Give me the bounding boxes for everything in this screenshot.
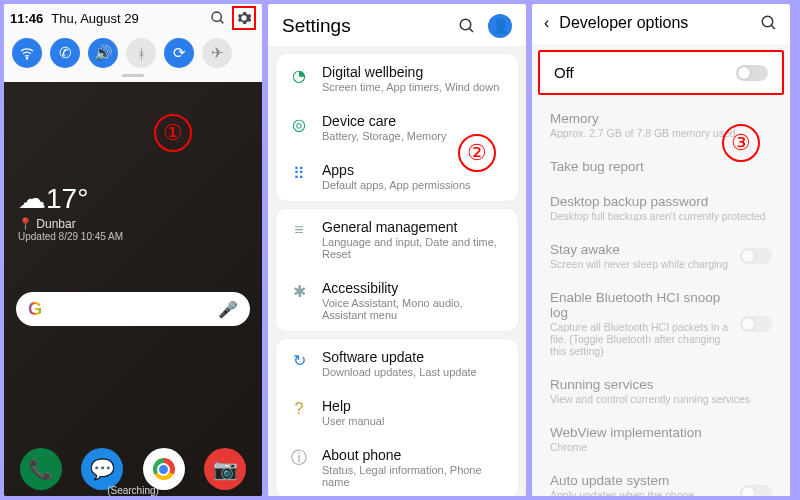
svg-point-3 bbox=[460, 19, 471, 30]
row-title: Stay awake bbox=[550, 242, 728, 257]
weather-icon: ☁ bbox=[18, 183, 46, 214]
row-subtitle: Capture all Bluetooth HCI packets in a f… bbox=[550, 321, 730, 357]
settings-row[interactable]: ↻Software updateDownload updates, Last u… bbox=[276, 339, 518, 388]
quick-settings-panel: 11:46 Thu, August 29 ✆ 🔊 ᚼ bbox=[4, 4, 262, 82]
dev-option-row[interactable]: Running servicesView and control current… bbox=[532, 367, 790, 415]
toggle-switch[interactable] bbox=[740, 316, 772, 332]
settings-row[interactable]: ?HelpUser manual bbox=[276, 388, 518, 437]
row-title: Accessibility bbox=[322, 280, 506, 296]
dev-option-row[interactable]: Desktop backup passwordDesktop full back… bbox=[532, 184, 790, 232]
dev-option-row[interactable]: Enable Bluetooth HCI snoop logCapture al… bbox=[532, 280, 790, 367]
dock-chrome[interactable] bbox=[143, 448, 185, 490]
dev-options-list-disabled: MemoryApprox. 2.7 GB of 7.8 GB memory us… bbox=[532, 101, 790, 496]
toggle-wifi[interactable] bbox=[12, 38, 42, 68]
row-subtitle: Voice Assistant, Mono audio, Assistant m… bbox=[322, 297, 506, 321]
row-subtitle: View and control currently running servi… bbox=[550, 393, 772, 405]
weather-temp: 17° bbox=[46, 183, 88, 214]
settings-row[interactable]: ⓘAbout phoneStatus, Legal information, P… bbox=[276, 437, 518, 496]
settings-row[interactable]: ≡General managementLanguage and input, D… bbox=[276, 209, 518, 270]
row-subtitle: Download updates, Last update bbox=[322, 366, 477, 378]
network-searching: (Searching) bbox=[4, 485, 262, 496]
google-logo: G bbox=[28, 299, 42, 320]
row-title: Device care bbox=[322, 113, 447, 129]
row-subtitle: Language and input, Date and time, Reset bbox=[322, 236, 506, 260]
row-icon: ≡ bbox=[288, 219, 310, 241]
row-title: Help bbox=[322, 398, 384, 414]
step-badge-3: ③ bbox=[722, 124, 760, 162]
row-subtitle: User manual bbox=[322, 415, 384, 427]
row-title: Running services bbox=[550, 377, 772, 392]
panel-developer-options: ‹ Developer options Off MemoryApprox. 2.… bbox=[532, 4, 790, 496]
weather-updated: Updated 8/29 10:45 AM bbox=[18, 231, 123, 242]
home-screen-dimmed: ☁17° 📍 Dunbar Updated 8/29 10:45 AM G 🎤 … bbox=[4, 82, 262, 496]
mic-icon[interactable]: 🎤 bbox=[218, 300, 238, 319]
row-title: WebView implementation bbox=[550, 425, 772, 440]
toggle-sync[interactable]: ⟳ bbox=[164, 38, 194, 68]
master-toggle-row[interactable]: Off bbox=[538, 50, 784, 95]
weather-location: Dunbar bbox=[36, 217, 75, 231]
settings-row[interactable]: ◔Digital wellbeingScreen time, App timer… bbox=[276, 54, 518, 103]
settings-header: Settings 👤 bbox=[268, 4, 526, 49]
toggle-switch[interactable] bbox=[740, 248, 772, 264]
weather-widget[interactable]: ☁17° 📍 Dunbar Updated 8/29 10:45 AM bbox=[18, 182, 123, 242]
row-title: Software update bbox=[322, 349, 477, 365]
dev-option-row[interactable]: Auto update systemApply updates when the… bbox=[532, 463, 790, 496]
toggle-phone[interactable]: ✆ bbox=[50, 38, 80, 68]
step-badge-1: ① bbox=[154, 114, 192, 152]
svg-line-6 bbox=[771, 25, 775, 29]
search-icon[interactable] bbox=[458, 17, 476, 35]
row-title: General management bbox=[322, 219, 506, 235]
row-subtitle: Chrome bbox=[550, 441, 772, 453]
row-icon: ↻ bbox=[288, 349, 310, 371]
row-subtitle: Battery, Storage, Memory bbox=[322, 130, 447, 142]
row-icon: ⠿ bbox=[288, 162, 310, 184]
quick-toggles-row: ✆ 🔊 ᚼ ⟳ ✈ bbox=[4, 32, 262, 72]
search-icon[interactable] bbox=[210, 10, 226, 26]
row-title: Desktop backup password bbox=[550, 194, 772, 209]
status-time: 11:46 bbox=[10, 11, 43, 26]
panel-settings-list: Settings 👤 ◔Digital wellbeingScreen time… bbox=[268, 4, 526, 496]
dock-messages[interactable]: 💬 bbox=[81, 448, 123, 490]
google-search-bar[interactable]: G 🎤 bbox=[16, 292, 250, 326]
toggle-airplane[interactable]: ✈ bbox=[202, 38, 232, 68]
svg-point-2 bbox=[26, 58, 27, 59]
row-title: Enable Bluetooth HCI snoop log bbox=[550, 290, 730, 320]
drag-handle[interactable] bbox=[122, 74, 144, 77]
svg-point-0 bbox=[212, 12, 221, 21]
settings-gear-highlight bbox=[232, 6, 256, 30]
search-icon[interactable] bbox=[760, 14, 778, 32]
dev-option-row[interactable]: WebView implementationChrome bbox=[532, 415, 790, 463]
dev-options-header: ‹ Developer options bbox=[532, 4, 790, 42]
row-icon: ◎ bbox=[288, 113, 310, 135]
row-icon: ◔ bbox=[288, 64, 310, 86]
dock-phone[interactable]: 📞 bbox=[20, 448, 62, 490]
row-subtitle: Apply updates when the phone restarts. bbox=[550, 489, 730, 496]
row-subtitle: Screen will never sleep while charging bbox=[550, 258, 728, 270]
gear-icon[interactable] bbox=[236, 10, 252, 26]
back-icon[interactable]: ‹ bbox=[544, 14, 549, 32]
toggle-switch[interactable] bbox=[736, 65, 768, 81]
status-date: Thu, August 29 bbox=[43, 11, 210, 26]
toggle-sound[interactable]: 🔊 bbox=[88, 38, 118, 68]
row-subtitle: Default apps, App permissions bbox=[322, 179, 471, 191]
master-toggle-label: Off bbox=[554, 64, 574, 81]
toggle-bluetooth[interactable]: ᚼ bbox=[126, 38, 156, 68]
dock: 📞 💬 📷 bbox=[4, 448, 262, 490]
row-subtitle: Screen time, App timers, Wind down bbox=[322, 81, 499, 93]
row-subtitle: Status, Legal information, Phone name bbox=[322, 464, 506, 488]
page-title: Developer options bbox=[559, 14, 750, 32]
dock-camera[interactable]: 📷 bbox=[204, 448, 246, 490]
row-title: About phone bbox=[322, 447, 506, 463]
row-icon: ? bbox=[288, 398, 310, 420]
row-title: Apps bbox=[322, 162, 471, 178]
row-icon: ⓘ bbox=[288, 447, 310, 469]
settings-row[interactable]: ✱AccessibilityVoice Assistant, Mono audi… bbox=[276, 270, 518, 331]
row-title: Auto update system bbox=[550, 473, 730, 488]
svg-line-1 bbox=[220, 20, 223, 23]
toggle-switch[interactable] bbox=[740, 485, 772, 496]
account-avatar[interactable]: 👤 bbox=[488, 14, 512, 38]
panel-notification-shade: 11:46 Thu, August 29 ✆ 🔊 ᚼ bbox=[4, 4, 262, 496]
svg-line-4 bbox=[469, 28, 473, 32]
svg-point-5 bbox=[762, 16, 773, 27]
dev-option-row[interactable]: Stay awakeScreen will never sleep while … bbox=[532, 232, 790, 280]
